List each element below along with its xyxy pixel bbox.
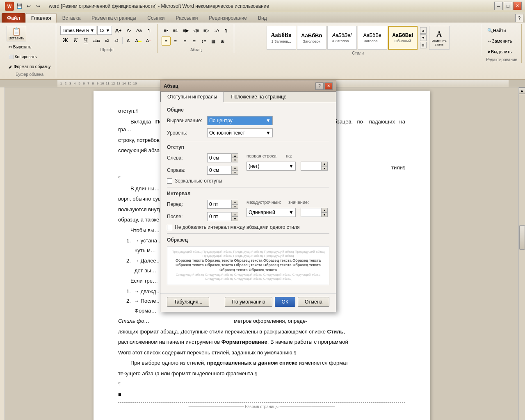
first-line-select-row: (нет) ▼ ▲ ▼ [247,162,328,171]
after-label: После: [167,214,204,219]
before-after-group: Перед: 0 пт ▲ ▼ После: [167,200,238,224]
alignment-label: Выравнивание: [167,118,204,123]
first-line-value-group: ▲ ▼ [301,162,328,171]
first-line-val-up[interactable]: ▲ [321,162,328,166]
level-row: Уровень: Основной текст ▼ [167,128,329,137]
first-line-group: первая строка: на: (нет) ▼ ▲ ▼ [247,153,328,178]
left-indent-row: Слева: 0 см ▲ ▼ [167,153,238,162]
before-input[interactable]: 0 пт [207,200,232,209]
dialog-title-buttons: ? ✕ [315,82,333,90]
left-indent-group: Слева: 0 см ▲ ▼ Справа: [167,153,238,178]
right-indent-row: Справа: 0 см ▲ ▼ [167,166,238,175]
no-add-interval-row: Не добавлять интервал между абзацами одн… [167,224,329,230]
right-indent-input[interactable]: 0 см [207,166,232,175]
preview-prev-text: Предыдущий абзац Предыдущий абзац Предыд… [171,250,326,258]
mirror-indent-label: Зеркальные отступы [175,178,222,184]
preview-sample-text: Образец текста Образец текста Образец те… [171,258,326,273]
alignment-row: Выравнивание: По центру ▼ [167,116,329,125]
line-spacing-value-input[interactable] [301,208,321,217]
first-line-label: первая строка: [247,153,279,158]
before-spinner: ▲ ▼ [232,200,238,209]
level-select[interactable]: Основной текст ▼ [207,128,273,137]
dialog-title-text: Абзац [164,83,178,89]
before-up[interactable]: ▲ [232,200,238,204]
ok-button[interactable]: ОК [275,297,295,307]
line-spacing-select-row: Одинарный ▼ ▲ ▼ [247,208,328,217]
after-up[interactable]: ▲ [232,212,238,217]
mirror-indent-checkbox[interactable] [167,178,172,184]
value-label: значение: [288,200,309,205]
tabulation-button[interactable]: Табуляция... [167,297,209,307]
section-general-title: Общие [167,107,329,113]
right-indent-down[interactable]: ▼ [232,170,238,175]
section-indent-title: Отступ [167,144,329,150]
dialog-help-button[interactable]: ? [315,82,324,90]
line-spacing-label: междустрочный: [247,200,283,205]
dialog-overlay: Абзац ? ✕ Отступы и интервалы Положение … [0,0,525,420]
line-spacing-val-spinner: ▲ ▼ [321,208,328,217]
dialog-tab-position[interactable]: Положение на странице [224,92,293,102]
before-down[interactable]: ▼ [232,204,238,209]
no-add-interval-label: Не добавлять интервал между абзацами одн… [175,224,300,230]
line-spacing-val-up[interactable]: ▲ [321,208,328,212]
divider-interval-sample [167,233,329,234]
left-indent-input[interactable]: 0 см [207,153,232,162]
dialog-footer: Табуляция... По умолчанию ОК Отмена [160,293,336,312]
right-indent-input-group: 0 см ▲ ▼ [207,166,238,175]
first-line-select[interactable]: (нет) ▼ [247,162,296,171]
line-spacing-label-row: междустрочный: значение: [247,200,328,205]
line-spacing-val-down[interactable]: ▼ [321,212,328,217]
divider-indent-interval [167,187,329,187]
first-line-value-input[interactable] [301,162,321,171]
before-input-group: 0 пт ▲ ▼ [207,200,238,209]
left-indent-input-group: 0 см ▲ ▼ [207,153,238,162]
level-label: Уровень: [167,130,204,136]
before-row: Перед: 0 пт ▲ ▼ [167,200,238,209]
right-indent-up[interactable]: ▲ [232,166,238,170]
preview-next-text: Следующий абзац Следующий абзац Следующи… [171,273,326,281]
first-line-row: первая строка: на: [247,153,328,158]
after-input[interactable]: 0 пт [207,212,232,221]
after-down[interactable]: ▼ [232,217,238,221]
after-row: После: 0 пт ▲ ▼ [167,212,238,221]
na-label: на: [286,153,292,158]
line-spacing-value-group: ▲ ▼ [301,208,328,217]
alignment-select[interactable]: По центру ▼ [207,116,273,125]
right-indent-spinner: ▲ ▼ [232,166,238,175]
preview-area: Предыдущий абзац Предыдущий абзац Предыд… [167,246,329,285]
line-spacing-select[interactable]: Одинарный ▼ [247,208,296,217]
left-indent-label: Слева: [167,155,204,161]
left-indent-up[interactable]: ▲ [232,153,238,158]
mirror-indent-row: Зеркальные отступы [167,178,329,184]
line-spacing-group: междустрочный: значение: Одинарный ▼ ▲ [247,200,328,224]
divider-general-indent [167,141,329,141]
section-interval-title: Интервал [167,191,329,196]
before-label: Перед: [167,201,204,207]
dialog-body: Общие Выравнивание: По центру ▼ Уровень:… [160,102,336,293]
dialog-close-button[interactable]: ✕ [324,82,333,90]
left-indent-down[interactable]: ▼ [232,158,238,162]
paragraph-dialog: Абзац ? ✕ Отступы и интервалы Положение … [160,80,336,312]
cancel-button[interactable]: Отмена [298,297,329,307]
first-line-value-spinner: ▲ ▼ [321,162,328,171]
first-line-val-down[interactable]: ▼ [321,166,328,171]
dialog-tab-indent-interval[interactable]: Отступы и интервалы [160,92,224,102]
left-indent-spinner: ▲ ▼ [232,153,238,162]
dialog-title-bar: Абзац ? ✕ [160,80,336,92]
after-spinner: ▲ ▼ [232,212,238,221]
default-button[interactable]: По умолчанию [225,297,272,307]
indent-fields: Слева: 0 см ▲ ▼ Справа: [167,153,329,178]
right-indent-label: Справа: [167,167,204,173]
no-add-interval-checkbox[interactable] [167,225,172,230]
after-input-group: 0 пт ▲ ▼ [207,212,238,221]
dialog-tabs: Отступы и интервалы Положение на страниц… [160,92,336,102]
interval-fields: Перед: 0 пт ▲ ▼ После: [167,200,329,224]
section-sample-title: Образец [167,237,329,243]
